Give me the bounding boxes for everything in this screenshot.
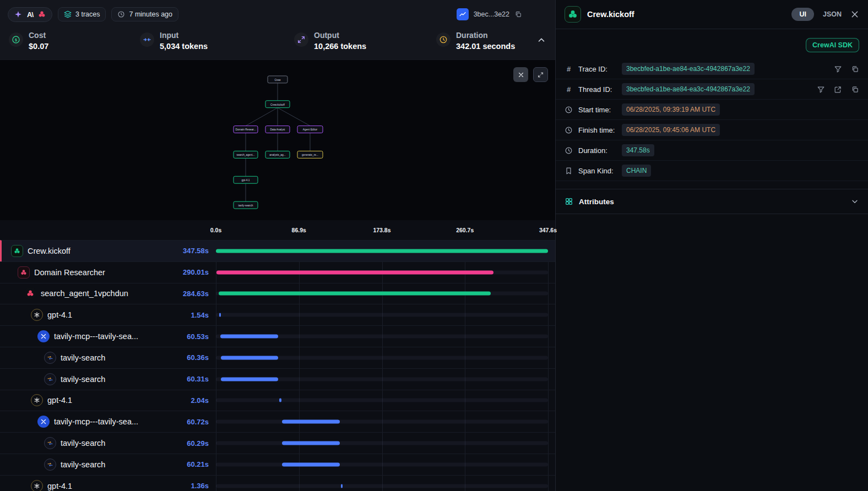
integration-logos-pill[interactable]: A\ [8,7,52,22]
span-bar[interactable] [221,377,279,381]
span-bar[interactable] [341,484,343,488]
graph-node-analysis-ag[interactable]: analysis_ag... [265,151,290,158]
close-graph-button[interactable] [513,67,528,82]
span-row-tavily-search[interactable]: tavily-search 60.31s [0,368,555,390]
detail-row-thread-id: # Thread ID: 3becbfed-a1be-ae84-ea3c-494… [556,79,868,100]
copy-icon[interactable] [851,85,859,94]
tavily-icon [44,352,56,364]
graph-node-generate-re[interactable]: generate_re... [297,151,323,158]
timeline-tick: 0.0s [210,227,221,233]
span-bar-area [216,283,548,304]
span-bar[interactable] [282,462,339,466]
close-details-icon[interactable] [850,10,859,19]
crew-icon [11,245,23,257]
tavily-icon [44,459,56,471]
tab-json[interactable]: JSON [823,10,842,18]
timeline-tick: 347.6s [539,227,557,233]
tools-icon [37,416,50,428]
span-row-tavily-mcp-tavily-sea[interactable]: tavily-mcp---tavily-sea... 60.72s [0,411,555,432]
span-row-domain-researcher[interactable]: Domain Researcher 290.01s [0,261,555,283]
trace-short-id: 3bec...3e22 [474,10,509,18]
chevron-down-icon[interactable] [850,197,859,206]
detail-label: Finish time: [565,126,622,134]
trace-timeline-panel: A\ 3 traces 7 minutes ago 3bec...3e22 [0,0,555,491]
stat-label: Cost [29,31,48,40]
clock-icon [565,126,573,134]
span-row-tavily-search[interactable]: tavily-search 60.29s [0,432,555,454]
attributes-toggle[interactable]: Attributes [556,189,868,214]
collapse-stats-chevron-icon[interactable] [536,35,546,45]
detail-value-chip: CHAIN [622,165,651,177]
tab-ui[interactable]: UI [791,8,814,21]
clock-icon [565,106,573,114]
time-ago-label: 7 minutes ago [129,10,172,18]
graph-node-gpt-4-1[interactable]: gpt-4.1 [234,176,258,183]
attributes-label: Attributes [579,198,845,206]
filter-icon[interactable] [834,65,842,73]
span-bar[interactable] [279,399,281,402]
span-row-crew-kickoff[interactable]: Crew.kickoff 347.58s [0,240,555,261]
span-bar[interactable] [219,313,221,317]
timeline-tick: 173.8s [373,227,390,233]
span-row-tavily-mcp-tavily-sea[interactable]: tavily-mcp---tavily-sea... 60.53s [0,325,555,347]
chart-icon[interactable] [457,8,469,20]
expand-graph-button[interactable] [533,67,548,82]
traces-count-badge[interactable]: 3 traces [58,7,106,21]
graph-node-search-agent[interactable]: search_agent... [234,151,258,158]
span-bar[interactable] [216,249,548,253]
span-row-tavily-search[interactable]: tavily-search 60.21s [0,454,555,475]
detail-row-trace-id: # Trace ID: 3becbfed-a1be-ae84-ea3c-4942… [556,59,868,79]
external-icon[interactable] [834,85,842,94]
graph-node-agent-editor[interactable]: Agent Editor [297,126,323,133]
graph-node-crew[interactable]: Crew [268,76,287,83]
span-bar-area [216,390,548,411]
span-bar[interactable] [220,335,278,339]
detail-actions [817,85,859,94]
span-row-gpt-4-1[interactable]: gpt-4.1 1.54s [0,304,555,325]
stat-output: Output 10,266 tokens [294,31,436,51]
detail-label: # Thread ID: [565,85,622,94]
svg-text:analysis_ag...: analysis_ag... [269,154,285,156]
span-row-tavily-search[interactable]: tavily-search 60.36s [0,347,555,368]
span-track [216,420,548,424]
span-track [216,441,548,445]
trace-graph-panel: Crew Crew.kickoff Domain Resear... Data … [0,59,555,220]
hash-icon: # [565,65,573,73]
waterfall-section: 0.0s86.9s173.8s260.7s347.6s Crew.kickoff… [0,220,555,491]
crewai-logo-icon [38,10,46,18]
copy-icon[interactable] [851,65,859,73]
span-duration: 284.63s [183,290,216,298]
clock-icon [565,146,573,155]
stat-duration: Duration 342.01 seconds [436,31,515,51]
graph-node-data-analyst[interactable]: Data Analyst [265,126,290,133]
span-bar[interactable] [221,356,279,359]
agent-pink-icon [18,266,30,279]
timeline-tick: 260.7s [456,227,474,233]
timeline-tick: 86.9s [292,227,306,233]
span-track [216,399,548,402]
span-bar[interactable] [282,420,340,424]
span-row-gpt-4-1[interactable]: gpt-4.1 2.04s [0,390,555,411]
span-track [216,462,548,466]
span-bar[interactable] [216,270,493,274]
graph-node-domain-resear[interactable]: Domain Resear... [234,126,258,133]
span-row-gpt-4-1[interactable]: gpt-4.1 1.36s [0,475,555,491]
detail-label: Start time: [565,106,622,114]
span-bar[interactable] [219,292,491,296]
trace-stats-row: $ Cost $0.07 Input 5,034 tokens Output 1… [0,29,555,59]
graph-node-crew-kickoff[interactable]: Crew.kickoff [265,101,290,108]
graph-node-tavily-search[interactable]: tavily-search [234,201,258,209]
stat-value: $0.07 [29,42,48,51]
detail-label-text: Thread ID: [578,85,612,94]
hash-icon: # [565,85,573,94]
detail-rows: # Trace ID: 3becbfed-a1be-ae84-ea3c-4942… [556,59,868,181]
copy-trace-id-icon[interactable] [514,10,522,18]
span-duration: 60.53s [187,332,216,341]
span-bar[interactable] [282,441,340,445]
detail-label-text: Span Kind: [578,167,614,175]
bookmark-icon [565,167,573,175]
detail-label: Duration: [565,146,622,155]
span-duration: 2.04s [191,396,216,405]
span-row-search-agent-1vpchdun[interactable]: search_agent_1vpchdun 284.63s [0,283,555,304]
filter-icon[interactable] [817,85,825,94]
